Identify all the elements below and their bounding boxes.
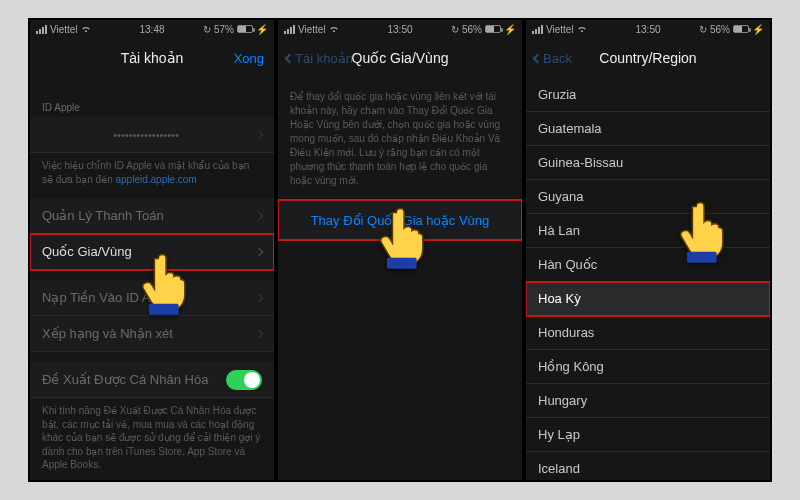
- row-apple-id[interactable]: •••••••••••••••••: [30, 117, 274, 153]
- battery-pct: 56%: [462, 24, 482, 35]
- country-name: Guyana: [538, 189, 584, 204]
- signal-icon: [36, 25, 47, 34]
- country-list[interactable]: GruziaGuatemalaGuinea-BissauGuyanaHà Lan…: [526, 78, 770, 480]
- battery-icon: [485, 25, 501, 33]
- screen-country-list: Viettel 13:50 ↻ 56% ⚡ Back Country/Regio…: [526, 20, 770, 480]
- chevron-right-icon: [255, 293, 263, 301]
- country-name: Hồng Kông: [538, 359, 604, 374]
- apple-id-help: Việc hiệu chỉnh ID Apple và mật khẩu của…: [30, 153, 274, 198]
- personalized-toggle[interactable]: [226, 370, 262, 390]
- apple-id-value: •••••••••••••••••: [113, 129, 178, 141]
- carrier-label: Viettel: [546, 24, 574, 35]
- country-row[interactable]: Hungary: [526, 384, 770, 418]
- country-name: Hà Lan: [538, 223, 580, 238]
- nav-header: Back Country/Region: [526, 38, 770, 78]
- wifi-icon: [81, 24, 91, 35]
- row-ratings-reviews[interactable]: Xếp hạng và Nhận xét: [30, 316, 274, 352]
- row-payment[interactable]: Quản Lý Thanh Toán: [30, 198, 274, 234]
- country-name: Guinea-Bissau: [538, 155, 623, 170]
- wifi-icon: [577, 24, 587, 35]
- section-apple-id-label: ID Apple: [30, 88, 274, 117]
- appleid-link[interactable]: appleid.apple.com: [115, 174, 196, 185]
- country-row[interactable]: Guinea-Bissau: [526, 146, 770, 180]
- clock: 13:50: [387, 24, 412, 35]
- screen-account: Viettel 13:48 ↻ 57% ⚡ Tài khoản Xong ID …: [30, 20, 274, 480]
- country-row[interactable]: Iceland: [526, 452, 770, 480]
- battery-icon: [237, 25, 253, 33]
- chevron-left-icon: [533, 53, 543, 63]
- charging-icon: ⚡: [752, 24, 764, 35]
- svg-rect-1: [387, 258, 417, 269]
- nav-header: Tài khoản Xong: [30, 38, 274, 78]
- rotation-lock-icon: ↻: [699, 24, 707, 35]
- country-name: Hoa Kỳ: [538, 291, 581, 306]
- done-button[interactable]: Xong: [234, 51, 264, 66]
- battery-pct: 57%: [214, 24, 234, 35]
- row-country-region[interactable]: Quốc Gia/Vùng: [30, 234, 274, 270]
- country-name: Hàn Quốc: [538, 257, 597, 272]
- nav-header: Tài khoản Quốc Gia/Vùng: [278, 38, 522, 78]
- country-row[interactable]: Honduras: [526, 316, 770, 350]
- country-name: Hungary: [538, 393, 587, 408]
- chevron-right-icon: [255, 211, 263, 219]
- country-row[interactable]: Hoa Kỳ: [526, 282, 770, 316]
- chevron-right-icon: [255, 130, 263, 138]
- chevron-right-icon: [255, 329, 263, 337]
- signal-icon: [532, 25, 543, 34]
- charging-icon: ⚡: [504, 24, 516, 35]
- rotation-lock-icon: ↻: [203, 24, 211, 35]
- charging-icon: ⚡: [256, 24, 268, 35]
- battery-pct: 56%: [710, 24, 730, 35]
- chevron-right-icon: [255, 247, 263, 255]
- status-bar: Viettel 13:48 ↻ 57% ⚡: [30, 20, 274, 38]
- country-name: Guatemala: [538, 121, 602, 136]
- carrier-label: Viettel: [298, 24, 326, 35]
- country-name: Honduras: [538, 325, 594, 340]
- country-row[interactable]: Hàn Quốc: [526, 248, 770, 282]
- country-name: Hy Lạp: [538, 427, 580, 442]
- row-add-funds[interactable]: Nạp Tiền Vào ID Apple: [30, 280, 274, 316]
- change-country-button[interactable]: Thay Đổi Quốc Gia hoặc Vùng: [278, 200, 522, 240]
- country-row[interactable]: Hà Lan: [526, 214, 770, 248]
- row-personalized[interactable]: Đề Xuất Được Cá Nhân Hóa: [30, 362, 274, 398]
- clock: 13:48: [139, 24, 164, 35]
- nav-title: Tài khoản: [40, 50, 264, 66]
- country-row[interactable]: Guatemala: [526, 112, 770, 146]
- carrier-label: Viettel: [50, 24, 78, 35]
- back-button[interactable]: Tài khoản: [286, 51, 353, 66]
- screen-change-country: Viettel 13:50 ↻ 56% ⚡ Tài khoản Quốc Gia…: [278, 20, 522, 480]
- country-name: Iceland: [538, 461, 580, 476]
- country-row[interactable]: Hy Lạp: [526, 418, 770, 452]
- rotation-lock-icon: ↻: [451, 24, 459, 35]
- wifi-icon: [329, 24, 339, 35]
- back-button[interactable]: Back: [534, 51, 572, 66]
- country-name: Gruzia: [538, 87, 576, 102]
- country-row[interactable]: Gruzia: [526, 78, 770, 112]
- chevron-left-icon: [285, 53, 295, 63]
- status-bar: Viettel 13:50 ↻ 56% ⚡: [278, 20, 522, 38]
- country-row[interactable]: Guyana: [526, 180, 770, 214]
- signal-icon: [284, 25, 295, 34]
- change-country-info: Để thay đổi quốc gia hoặc vùng liên kết …: [278, 78, 522, 200]
- battery-icon: [733, 25, 749, 33]
- status-bar: Viettel 13:50 ↻ 56% ⚡: [526, 20, 770, 38]
- country-row[interactable]: Hồng Kông: [526, 350, 770, 384]
- clock: 13:50: [635, 24, 660, 35]
- personalized-desc: Khi tính năng Đề Xuất Được Cá Nhân Hóa đ…: [30, 398, 274, 480]
